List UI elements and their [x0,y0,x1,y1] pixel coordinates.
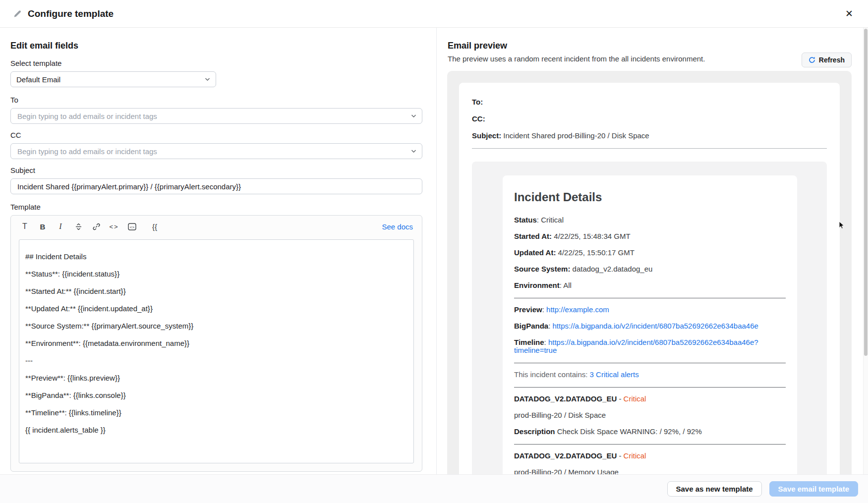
divider-icon[interactable] [72,221,84,232]
incident-contains-line: This incident contains: 3 Critical alert… [514,371,786,379]
modal-footer: Save as new template Save email template [0,474,868,503]
modal-header: Configure template ✕ [0,0,868,28]
section-divider [514,444,786,445]
close-icon[interactable]: ✕ [843,7,855,20]
timeline-link-line: Timeline: https://a.bigpanda.io/v2/incid… [514,338,786,354]
scrollbar-thumb[interactable] [864,29,868,356]
modal-title: Configure template [28,8,114,19]
incident-field-environment: Environment: All [514,281,786,289]
template-line: **Started At:** {{incident.start}} [25,282,407,300]
title-format-icon[interactable]: T [19,221,31,232]
template-line: {{ incident.alerts_table }} [25,421,407,439]
email-preview-panel: Email preview The preview uses a random … [437,28,868,474]
incident-field-started: Started At: 4/22/25, 15:48:34 GMT [514,232,786,240]
email-card: To: CC: Subject: Incident Shared prod-Bi… [459,83,840,474]
italic-icon[interactable]: I [55,221,66,232]
section-divider [514,298,786,298]
cc-field-wrap [10,143,422,159]
preview-link-line: Preview: http://example.com [514,306,786,314]
template-line: **BigPanda**: {{links.console}} [25,387,407,404]
bold-icon[interactable]: B [37,221,49,232]
cc-input[interactable] [16,147,407,156]
alert-source-line: DATADOG_V2.DATADOG_EU - Critical [514,395,786,403]
email-subject-line: Subject: Incident Shared prod-Billing-20… [472,131,827,140]
edit-email-fields-panel: Edit email fields Select template Defaul… [0,28,437,474]
to-field-wrap [10,108,422,124]
template-line: **Preview**: {{links.preview}} [25,369,407,387]
editor-toolbar: T B I [11,216,422,235]
template-select-value: Default Email [16,75,60,84]
alert-source-line: DATADOG_V2.DATADOG_EU - Critical [514,452,786,460]
template-textarea[interactable]: ## Incident Details **Status**: {{incide… [19,239,414,463]
bigpanda-link[interactable]: https://a.bigpanda.io/v2/incident/6807ba… [553,322,758,330]
configure-template-modal: Configure template ✕ Edit email fields S… [0,0,868,503]
preview-link[interactable]: http://example.com [546,305,609,314]
critical-alerts-link[interactable]: 3 Critical alerts [590,370,639,379]
section-divider [514,363,786,363]
subject-input[interactable] [16,182,416,191]
alert-description-line: Description Check Disk Space WARNING: / … [514,428,786,436]
incident-details-title: Incident Details [514,190,786,204]
pencil-icon [13,9,22,18]
refresh-label: Refresh [819,56,845,64]
template-line: **Environment**: {{metadata.environment_… [25,335,407,352]
refresh-button[interactable]: Refresh [802,53,852,67]
email-to-line: To: [472,98,827,107]
save-as-new-template-button[interactable]: Save as new template [667,481,762,497]
scrollbar-track[interactable] [863,28,868,474]
left-panel-heading: Edit email fields [10,41,422,51]
incident-field-status: Status: Critical [514,216,786,224]
chevron-down-icon[interactable] [411,114,416,118]
code-block-icon[interactable]: <> [126,221,138,232]
template-label: Template [10,203,422,211]
inline-code-icon[interactable]: <> [108,221,120,232]
timeline-link[interactable]: https://a.bigpanda.io/v2/incident/6807ba… [514,338,758,354]
template-line: ## Incident Details [25,248,407,265]
to-label: To [10,96,422,104]
preview-container: To: CC: Subject: Incident Shared prod-Bi… [447,71,852,474]
incident-field-updated: Updated At: 4/22/25, 15:50:17 GMT [514,249,786,257]
subject-label: Subject [10,166,422,174]
refresh-icon [809,56,815,63]
alert-name-line: prod-Billing-20 / Disk Space [514,411,786,419]
incident-field-source-system: Source System: datadog_v2.datadog_eu [514,265,786,273]
link-icon[interactable] [90,221,102,232]
template-line: **Timeline**: {{links.timeline}} [25,404,407,421]
mustache-variable-icon[interactable]: {{ [149,221,161,232]
select-template-label: Select template [10,59,422,67]
template-line: **Updated At:** {{incident.updated_at}} [25,300,407,317]
section-divider [514,387,786,388]
bigpanda-link-line: BigPanda: https://a.bigpanda.io/v2/incid… [514,322,786,330]
chevron-down-icon [205,77,210,81]
template-line: **Status**: {{incident.status}} [25,265,407,282]
save-email-template-button[interactable]: Save email template [769,481,858,497]
to-input[interactable] [16,112,407,121]
subject-field-wrap [10,178,422,194]
template-line: --- [25,352,407,369]
chevron-down-icon[interactable] [411,149,416,153]
email-body-background: Incident Details Status: Critical Starte… [472,162,827,474]
alert-name-line: prod-Billing-20 / Memory Usage [514,468,786,474]
cc-label: CC [10,131,422,139]
incident-details-card: Incident Details Status: Critical Starte… [503,175,797,474]
svg-text:<>: <> [129,224,134,229]
email-header-divider [472,148,827,149]
email-cc-line: CC: [472,114,827,123]
template-editor: T B I [10,215,422,472]
see-docs-link[interactable]: See docs [382,223,413,231]
template-select[interactable]: Default Email [10,71,216,87]
preview-heading: Email preview [448,41,868,51]
template-line: **Source System:** {{primaryAlert.source… [25,317,407,335]
